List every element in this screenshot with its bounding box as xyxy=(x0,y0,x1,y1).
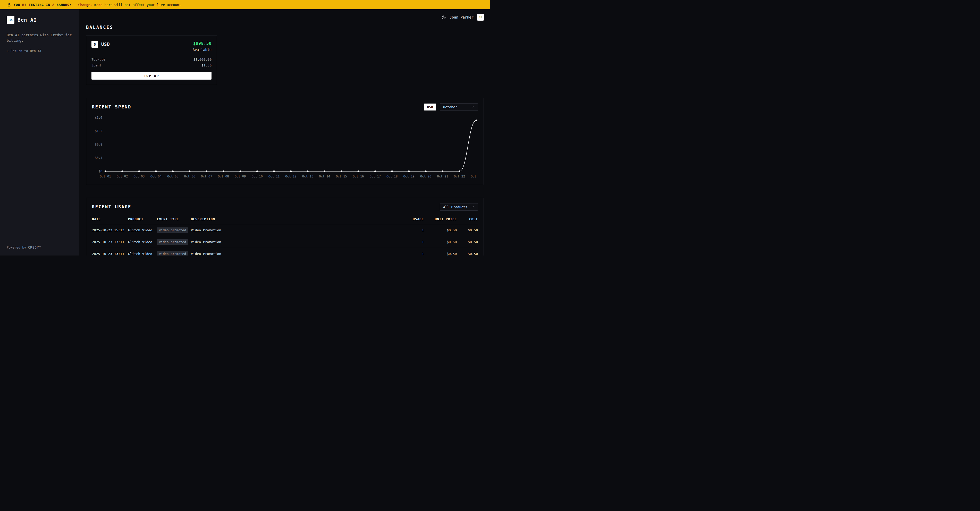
avatar[interactable]: JP xyxy=(477,14,484,21)
x-tick-label: Oct 11 xyxy=(269,175,280,178)
column-header: PRODUCT xyxy=(128,214,157,224)
x-tick-label: Oct 19 xyxy=(403,175,415,178)
data-point xyxy=(273,170,275,172)
chevron-down-icon xyxy=(471,105,474,109)
x-tick-label: Oct 12 xyxy=(285,175,296,178)
x-tick-label: Oct 07 xyxy=(201,175,212,178)
data-point xyxy=(189,170,190,172)
top-up-button[interactable]: TOP UP xyxy=(91,72,212,79)
cell-event-type: video_promoted xyxy=(157,224,191,236)
balance-row-value: $1.50 xyxy=(202,63,212,67)
x-tick-label: Oct 16 xyxy=(353,175,364,178)
currency-toggle-button[interactable]: USD xyxy=(424,103,436,111)
header: Joan Parker JP xyxy=(86,13,484,21)
x-tick-label: Oct 01 xyxy=(100,175,111,178)
table-row: 2025-10-23 13:11Glitch Videovideo_promot… xyxy=(92,248,478,256)
app-logo: BA xyxy=(7,16,14,24)
data-point xyxy=(442,170,443,172)
cell-usage: 1 xyxy=(393,224,424,236)
product-filter-select[interactable]: All Products xyxy=(440,203,478,211)
banner-title: YOU'RE TESTING IN A SANDBOX xyxy=(14,3,72,7)
data-point xyxy=(324,170,325,172)
cell-cost: $0.50 xyxy=(457,236,478,248)
cell-description: Video Promotion xyxy=(191,224,393,236)
spend-controls: USD October xyxy=(424,103,478,111)
month-select-value: October xyxy=(443,105,457,109)
x-tick-label: Oct 15 xyxy=(336,175,347,178)
banner-message: - Changes made here will not affect your… xyxy=(74,3,181,7)
balance-amount: $998.50 xyxy=(193,41,212,46)
x-tick-label: Oct 17 xyxy=(370,175,381,178)
sandbox-banner: YOU'RE TESTING IN A SANDBOX - Changes ma… xyxy=(0,0,490,9)
y-tick-label: $0.8 xyxy=(95,143,102,146)
usage-table-body: 2025-10-23 15:13Glitch Videovideo_promot… xyxy=(92,224,478,256)
event-type-badge: video_promoted xyxy=(157,239,188,245)
x-tick-label: Oct 03 xyxy=(134,175,145,178)
table-row: 2025-10-23 15:13Glitch Videovideo_promot… xyxy=(92,224,478,236)
y-tick-label: $1.2 xyxy=(95,129,102,133)
cell-date: 2025-10-23 15:13 xyxy=(92,224,128,236)
sidebar: BA Ben AI Ben AI partners with Credyt fo… xyxy=(0,9,79,256)
data-point xyxy=(458,170,460,172)
data-point xyxy=(476,119,477,121)
event-type-badge: video_promoted xyxy=(157,251,188,256)
powered-by: Powered by CREDYT xyxy=(7,246,72,249)
x-tick-label: Oct 18 xyxy=(387,175,398,178)
x-tick-label: Oct 13 xyxy=(302,175,313,178)
month-select[interactable]: October xyxy=(440,103,478,111)
logo-row: BA Ben AI xyxy=(7,16,72,24)
spend-line xyxy=(105,120,476,171)
recent-usage-head: RECENT USAGE All Products xyxy=(92,203,478,210)
data-point xyxy=(408,170,410,172)
cell-usage: 1 xyxy=(393,236,424,248)
y-tick-label: $1.6 xyxy=(95,116,102,119)
data-point xyxy=(374,170,376,172)
recent-usage-title: RECENT USAGE xyxy=(92,204,131,209)
data-point xyxy=(290,170,292,172)
recent-spend-head: RECENT SPEND USD October xyxy=(92,103,478,111)
table-header-row: DATEPRODUCTEVENT TYPEDESCRIPTIONUSAGEUNI… xyxy=(92,214,478,224)
x-tick-label: Oct 21 xyxy=(437,175,448,178)
flask-icon xyxy=(7,3,11,7)
cell-unit-price: $0.50 xyxy=(424,224,457,236)
y-tick-label: $0.4 xyxy=(95,156,102,160)
cell-event-type: video_promoted xyxy=(157,236,191,248)
x-tick-label: Oct 22 xyxy=(454,175,465,178)
x-tick-label: Oct 23 xyxy=(471,175,478,178)
x-tick-label: Oct 08 xyxy=(218,175,229,178)
balances-title: BALANCES xyxy=(86,25,484,30)
column-header: EVENT TYPE xyxy=(157,214,191,224)
balance-row-label: Top-ups xyxy=(91,57,106,61)
balance-row: Spent$1.50 xyxy=(91,63,212,67)
theme-toggle-moon-icon[interactable] xyxy=(442,15,446,19)
column-header: USAGE xyxy=(393,214,424,224)
recent-usage-panel: RECENT USAGE All Products DATEPRODUCTEVE… xyxy=(86,198,484,256)
data-point xyxy=(256,170,258,172)
cell-product: Glitch Video xyxy=(128,224,157,236)
y-tick-label: $0 xyxy=(99,170,102,173)
main-content: Joan Parker JP BALANCES $ USD $998.50 Av… xyxy=(79,9,490,256)
data-point xyxy=(239,170,241,172)
x-tick-label: Oct 09 xyxy=(235,175,246,178)
cell-description: Video Promotion xyxy=(191,236,393,248)
column-header: DATE xyxy=(92,214,128,224)
column-header: DESCRIPTION xyxy=(191,214,393,224)
data-point xyxy=(307,170,309,172)
x-tick-label: Oct 20 xyxy=(420,175,431,178)
recent-spend-panel: RECENT SPEND USD October $0$0.4$0.8$1.2$… xyxy=(86,98,484,185)
spend-chart-svg: $0$0.4$0.8$1.2$1.6Oct 01Oct 02Oct 03Oct … xyxy=(92,114,478,179)
balance-card: $ USD $998.50 Available Top-ups$1,000.00… xyxy=(86,35,217,85)
currency-name: USD xyxy=(101,42,110,47)
balance-row-value: $1,000.00 xyxy=(194,57,212,61)
balance-breakdown: Top-ups$1,000.00Spent$1.50 xyxy=(91,57,212,67)
x-tick-label: Oct 05 xyxy=(167,175,178,178)
spend-chart: $0$0.4$0.8$1.2$1.6Oct 01Oct 02Oct 03Oct … xyxy=(92,114,478,181)
powered-by-label: Powered by xyxy=(7,246,28,249)
cell-description: Video Promotion xyxy=(191,248,393,256)
data-point xyxy=(206,170,207,172)
user-name: Joan Parker xyxy=(450,15,474,19)
chevron-down-icon xyxy=(471,205,474,209)
return-link[interactable]: ← Return to Ben AI xyxy=(7,49,72,53)
currency-icon: $ xyxy=(91,41,98,48)
billing-description: Ben AI partners with Credyt for billing. xyxy=(7,32,72,43)
